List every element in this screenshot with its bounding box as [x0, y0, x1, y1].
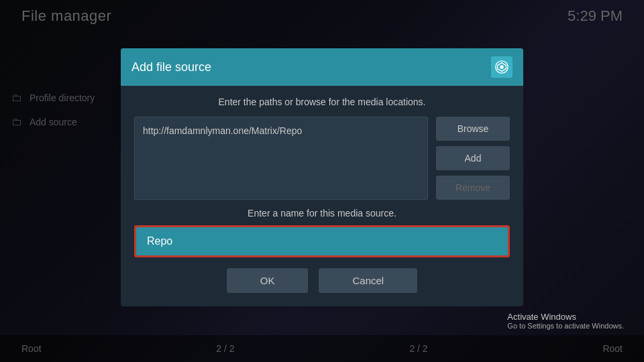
path-input-area: http://famdamnlyman.one/Matrix/Repo — [134, 117, 428, 200]
activation-subtitle: Go to Settings to activate Windows. — [507, 322, 624, 330]
name-input-wrapper — [134, 225, 510, 257]
cancel-button[interactable]: Cancel — [319, 268, 417, 293]
path-row: http://famdamnlyman.one/Matrix/Repo Brow… — [134, 117, 510, 200]
activation-title: Activate Windows — [507, 312, 624, 322]
add-file-source-dialog: Add file source Enter the paths or brows… — [121, 48, 523, 306]
remove-button[interactable]: Remove — [436, 176, 510, 200]
path-buttons: Browse Add Remove — [436, 117, 510, 200]
activation-notice: Activate Windows Go to Settings to activ… — [507, 312, 624, 330]
add-button[interactable]: Add — [436, 146, 510, 170]
name-instruction: Enter a name for this media source. — [134, 208, 510, 219]
browse-button[interactable]: Browse — [436, 117, 510, 141]
dialog-body: Enter the paths or browse for the media … — [121, 86, 523, 306]
ok-button[interactable]: OK — [227, 268, 309, 293]
path-instruction: Enter the paths or browse for the media … — [134, 97, 510, 107]
name-input[interactable] — [136, 227, 508, 255]
path-value: http://famdamnlyman.one/Matrix/Repo — [143, 125, 302, 136]
dialog-close-button[interactable] — [491, 56, 513, 78]
kodi-icon — [494, 60, 509, 74]
svg-point-2 — [500, 65, 504, 69]
dialog-actions: OK Cancel — [134, 268, 510, 293]
dialog-title: Add file source — [131, 60, 211, 74]
dialog-header: Add file source — [121, 48, 523, 86]
